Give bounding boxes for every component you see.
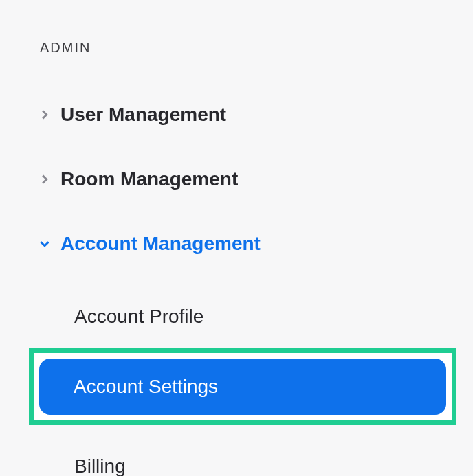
sub-item-billing[interactable]: Billing (69, 440, 473, 476)
account-management-sublist: Account Profile Account Settings Billing (40, 291, 473, 476)
chevron-right-icon (40, 110, 60, 120)
sub-item-account-settings[interactable]: Account Settings (39, 359, 446, 415)
nav-item-account-management[interactable]: Account Management (40, 233, 473, 255)
sub-item-account-settings-highlight[interactable]: Account Settings (29, 348, 473, 425)
nav-item-room-management[interactable]: Room Management (40, 168, 473, 190)
sub-item-account-profile[interactable]: Account Profile (69, 291, 473, 343)
chevron-down-icon (40, 239, 60, 249)
nav-item-user-management[interactable]: User Management (40, 104, 473, 126)
admin-nav-list: User Management Room Management Account … (40, 104, 473, 255)
nav-item-label: Room Management (60, 168, 238, 190)
highlight-box: Account Settings (29, 348, 456, 425)
nav-item-label: Account Management (60, 233, 261, 255)
nav-item-label: User Management (60, 104, 226, 126)
chevron-right-icon (40, 174, 60, 184)
section-header-admin: ADMIN (40, 40, 473, 56)
